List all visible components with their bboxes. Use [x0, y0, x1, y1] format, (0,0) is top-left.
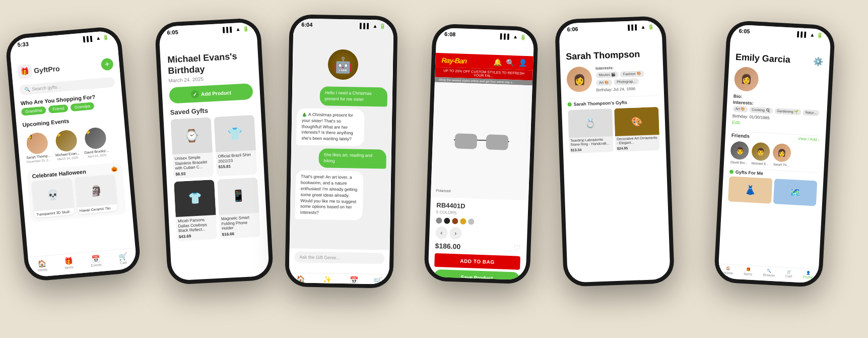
friend-david-name: David Bro... — [730, 160, 748, 164]
saved-product-3[interactable]: 👕 Micah Parsons Dallas Cowboys Black Ref… — [174, 180, 217, 241]
phone-home-screen: 5:33 ▌▌▌ ▲ 🔋 🎁 GyftPro + — [9, 30, 137, 278]
dot-gold[interactable] — [460, 218, 466, 224]
prev-arrow[interactable]: ‹ — [435, 227, 448, 239]
sarah-product-2[interactable]: 🎨 Decorative Art Ornaments - Elegant... … — [614, 107, 660, 152]
tag-grandma[interactable]: Grandma — [21, 106, 46, 116]
gyft-1[interactable]: 👗 — [728, 176, 772, 203]
nav-cart-6[interactable]: 🛒 Cart — [785, 269, 792, 278]
friend-sarah[interactable]: 👩 Sarah Th... — [772, 143, 791, 167]
user-brand-icon[interactable]: 👤 — [518, 59, 527, 67]
dot-brown[interactable] — [452, 218, 458, 224]
nav-genie[interactable]: ✨ Genie — [319, 275, 335, 284]
product-shirt-price: $15.81 — [218, 163, 254, 170]
phone-chat-screen: 6:04 ▌▌▌ ▲ 🔋 🤖 Hello I need a Christmas … — [289, 18, 393, 284]
saved-gyfts-title: Saved Gyfts — [170, 104, 254, 117]
saved-product-2[interactable]: 👕 Official Brazil Shirt 2022/23 $15.81 — [214, 115, 257, 177]
nav-items[interactable]: 🎁Items — [64, 257, 74, 269]
time-3: 6:04 — [301, 22, 312, 28]
save-product-btn[interactable]: Save Product — [434, 269, 520, 280]
halloween-emoji: 🎃 — [111, 166, 117, 172]
halloween-product-1[interactable]: 💀 Transparent 3D Skull- — [31, 178, 75, 218]
next-arrow[interactable]: › — [449, 227, 462, 240]
emily-name: Emily Garcia — [735, 52, 790, 66]
browse-icon-6: 🔍 — [767, 269, 771, 273]
msg-ai-2: That's great! An art lover, a bookworm, … — [295, 170, 364, 220]
search-brand-icon[interactable]: 🔍 — [506, 59, 515, 67]
battery-4: 🔋 — [520, 34, 526, 39]
wishlist-heart-icon[interactable]: ♡ — [513, 243, 521, 253]
sunglasses-image — [453, 129, 510, 154]
halloween-product-2[interactable]: 🗿 Hawaii Ceramic Tiki — [75, 174, 118, 214]
friend-michael-avatar: 👨 — [751, 142, 770, 161]
svg-line-2 — [477, 140, 486, 140]
svg-rect-0 — [454, 133, 477, 149]
event-item-sarah[interactable]: 👩 Sarah Thomp... December 25, 2... — [23, 132, 52, 163]
emily-avatar: 👩 — [733, 67, 759, 92]
avatar-david-date: April 24, 2025 — [88, 153, 106, 158]
add-product-btn[interactable]: ✓ Add Product — [169, 83, 253, 104]
interest-art: Art 🎨 — [596, 79, 612, 86]
add-to-bag-btn[interactable]: ADD TO BAG — [434, 253, 520, 270]
signal-2: ▌▌▌ — [223, 26, 234, 32]
interests-label: Interests: — [595, 64, 657, 71]
sarah-product-1[interactable]: 💍 Teardrop Labradorite Stone Ring - Hand… — [568, 108, 614, 153]
add-button[interactable]: + — [101, 58, 114, 71]
mascot-image: 🤖 — [327, 49, 358, 80]
saved-product-4[interactable]: 📱 Magnetic Smart Folding Phone Holder $1… — [217, 178, 260, 239]
nav-items-label-6: Items — [744, 272, 752, 276]
tag-grandpa[interactable]: Grandpa — [70, 102, 94, 111]
dot-gray[interactable] — [436, 217, 442, 223]
friend-michael[interactable]: 👨 Michael E... — [751, 142, 770, 166]
product-holder-info: Magnetic Smart Folding Phone Holder $16.… — [219, 212, 260, 239]
color-dots — [436, 217, 521, 227]
brand-logo: Ray-Ban — [441, 56, 466, 65]
dot-silver[interactable] — [468, 218, 474, 224]
friends-row: 👨 David Bro... 👨 Michael E... 👩 Sarah Th… — [724, 140, 826, 172]
avatar-sarah: 👩 — [26, 132, 49, 155]
emily-bottom-nav: 🏠 Home 🎁 Items 🔍 Browse 🛒 — [718, 263, 819, 283]
friend-david[interactable]: 👨 David Bro... — [730, 141, 749, 164]
event-item-michael[interactable]: 👨 Michael Evan... March 24, 2025 — [52, 129, 81, 161]
status-icons-6: ▌▌▌ ▲ 🔋 — [797, 31, 823, 38]
product-image-area: Polarized — [431, 82, 532, 201]
chat-input[interactable]: Ask the Gift Genie... — [294, 251, 384, 264]
event-item-david[interactable]: 👨 David Brooks'... April 24, 2025 — [82, 127, 110, 158]
sarah-birthday: Birthday: Jul 24, 1996 — [596, 86, 658, 92]
tag-friend[interactable]: Friend — [48, 104, 69, 114]
nav-home-chat[interactable]: 🏠 Home — [296, 275, 305, 284]
nav-home[interactable]: 🏠Home — [37, 259, 48, 272]
nav-items-6[interactable]: 🎁 Items — [744, 267, 753, 276]
dot-black[interactable] — [444, 218, 450, 224]
view-add-link[interactable]: View / Add › — [798, 136, 820, 142]
signal-4: ▌▌▌ — [500, 33, 511, 39]
gyfts-for-me-label: Gyfts For Me — [736, 170, 763, 176]
settings-gear-icon[interactable]: ⚙️ — [813, 57, 824, 67]
friends-label: Friends — [731, 132, 750, 139]
product-ornament-img: 🎨 — [614, 107, 659, 136]
product-jersey-price: $43.69 — [179, 233, 215, 239]
search-placeholder: Search gyfts... — [32, 84, 61, 92]
app-scene: 5:33 ▌▌▌ ▲ 🔋 🎁 GyftPro + — [0, 0, 868, 338]
chat-messages: Hello I need a Christmas present for me … — [290, 82, 393, 250]
phone-sarah: 6:06 ▌▌▌ ▲ 🔋 Sarah Thompson 👩 Interest — [555, 16, 675, 287]
gyft-2[interactable]: 🗺️ — [773, 179, 817, 206]
bottom-nav-1: 🏠Home 🎁Items 📅Events 🛒Cart — [28, 248, 137, 277]
notification-icon[interactable]: 🔔 — [493, 58, 502, 67]
nav-cart[interactable]: 🛒Cart — [118, 252, 128, 264]
nav-cart-chat[interactable]: 🛒 Cart — [373, 276, 382, 285]
green-dot — [568, 102, 572, 106]
sarah-info: Interests: Movies 🎬 Fashion 🎨 Art 🎨 Phot… — [595, 64, 658, 93]
event-title: Michael Evans's Birthday — [167, 50, 252, 77]
nav-profile-6[interactable]: 👤 Profile — [803, 270, 814, 279]
product-shirt-img: 👕 — [214, 115, 256, 152]
saved-product-1[interactable]: ⌚ Unisex Simple Stainless Bracelet with … — [171, 117, 214, 179]
nav-events-chat[interactable]: 📅 Events — [349, 276, 360, 284]
phone-birthday: 6:05 ▌▌▌ ▲ 🔋 Michael Evans's Birthday Ma… — [155, 18, 274, 285]
product-bracelet-price: $8.93 — [175, 170, 212, 177]
nav-browse-6[interactable]: 🔍 Browse — [763, 268, 775, 277]
nav-events[interactable]: 📅Events — [90, 254, 102, 267]
add-product-label: Add Product — [201, 90, 231, 97]
nav-home-6[interactable]: 🏠 Home — [723, 266, 733, 275]
birthday-label: Birthday: — [596, 87, 613, 92]
nav-home-label-chat: Home — [296, 284, 305, 284]
